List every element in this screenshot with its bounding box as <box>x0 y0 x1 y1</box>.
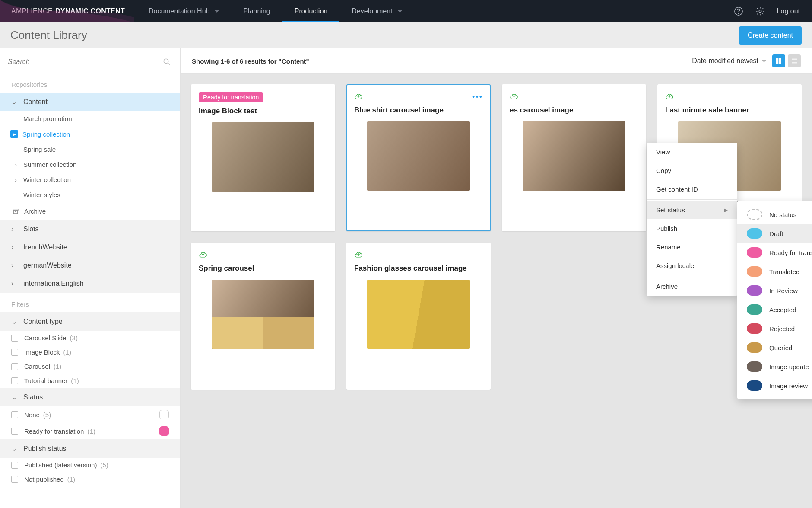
card-title: Fashion glasses carousel image <box>354 264 483 273</box>
repo-section[interactable]: ›internationalEnglish <box>0 275 180 293</box>
filter-item[interactable]: Ready for translation(1) <box>0 423 180 439</box>
content-card[interactable]: Ready for translationImage Block test <box>191 84 335 231</box>
repo-section[interactable]: ›germanWebsite <box>0 256 180 275</box>
status-option[interactable]: Queried <box>737 338 812 357</box>
filter-item[interactable]: Published (latest version)(5) <box>0 458 180 472</box>
filter-item[interactable]: Tutorial banner(1) <box>0 374 180 388</box>
checkbox[interactable] <box>11 377 18 384</box>
status-label: Ready for translation <box>769 249 812 256</box>
filter-item[interactable]: Image Block(1) <box>0 345 180 359</box>
chevron-down-icon: ⌄ <box>11 317 17 326</box>
status-dot <box>747 304 762 315</box>
subheader: Content Library Create content <box>0 22 812 48</box>
content-card[interactable]: •••Blue shirt carousel image <box>346 84 491 231</box>
tab-planning[interactable]: Planning <box>231 0 282 22</box>
cloud-upload-icon <box>354 93 363 100</box>
filter-content-type[interactable]: ⌄ Content type <box>0 312 180 331</box>
content-card[interactable]: es carousel image <box>502 84 646 231</box>
tree-item[interactable]: Spring sale <box>0 142 180 157</box>
checkbox[interactable] <box>11 462 18 469</box>
tree-item[interactable]: ▶Spring collection <box>0 126 180 142</box>
grid-view-button[interactable] <box>772 54 785 67</box>
card-title: es carousel image <box>510 106 638 115</box>
status-option[interactable]: Ready for translation <box>737 243 812 262</box>
chevron-right-icon: › <box>15 176 19 183</box>
card-more-button[interactable]: ••• <box>472 93 483 102</box>
status-filters: None(5)Ready for translation(1) <box>0 406 180 439</box>
help-icon[interactable] <box>734 6 743 16</box>
svg-rect-11 <box>792 62 797 63</box>
card-thumbnail <box>212 122 314 192</box>
status-option[interactable]: No status <box>737 205 812 224</box>
menu-view[interactable]: View <box>647 143 737 161</box>
menu-get-content-id[interactable]: Get content ID <box>647 180 737 198</box>
create-content-button[interactable]: Create content <box>739 26 802 45</box>
status-option[interactable]: Rejected <box>737 319 812 338</box>
section-label: Slots <box>23 225 39 233</box>
cloud-upload-icon <box>199 252 207 259</box>
content-card[interactable]: Fashion glasses carousel image <box>346 243 491 390</box>
menu-publish[interactable]: Publish <box>647 219 737 238</box>
filters-label: Filters <box>0 293 180 312</box>
content-card[interactable]: Spring carousel <box>191 243 335 390</box>
repo-section[interactable]: ›frenchWebsite <box>0 238 180 256</box>
chevron-right-icon: › <box>11 280 17 288</box>
gear-icon[interactable] <box>755 6 765 16</box>
tree-item[interactable]: Winter styles <box>0 187 180 202</box>
filter-publish-status[interactable]: ⌄ Publish status <box>0 439 180 458</box>
menu-rename[interactable]: Rename <box>647 238 737 256</box>
status-option[interactable]: Draft <box>737 224 812 243</box>
filter-item[interactable]: Carousel Slide(3) <box>0 331 180 345</box>
svg-rect-7 <box>776 61 778 64</box>
tree-label: Summer collection <box>23 161 76 168</box>
list-view-button[interactable] <box>788 54 801 67</box>
status-option[interactable]: In Review <box>737 281 812 300</box>
status-option[interactable]: Image update <box>737 357 812 376</box>
status-option[interactable]: Accepted <box>737 300 812 319</box>
status-option[interactable]: Image review <box>737 376 812 395</box>
checkbox[interactable] <box>11 428 18 435</box>
sort-dropdown[interactable]: Date modified newest <box>692 57 766 65</box>
repo-sections: ›Slots›frenchWebsite›germanWebsite›inter… <box>0 220 180 293</box>
archive-link[interactable]: Archive <box>0 202 180 220</box>
checkbox[interactable] <box>11 335 18 342</box>
status-submenu: No statusDraftReady for translationTrans… <box>737 201 812 399</box>
tree-item[interactable]: ›Winter collection <box>0 172 180 187</box>
menu-assign-locale[interactable]: Assign locale <box>647 256 737 275</box>
filter-label: Carousel <box>24 363 50 370</box>
filter-label: Not published <box>24 476 64 483</box>
filter-label: Carousel Slide <box>24 334 67 342</box>
status-label: In Review <box>769 287 798 294</box>
tab-production[interactable]: Production <box>282 0 340 22</box>
tree-item[interactable]: March promotion <box>0 111 180 126</box>
logout-link[interactable]: Log out <box>777 7 800 15</box>
sidebar: Repositories ⌄ Content March promotion▶S… <box>0 48 181 508</box>
menu-copy[interactable]: Copy <box>647 161 737 180</box>
tab-documentation-hub[interactable]: Documentation Hub <box>136 0 231 22</box>
section-label: frenchWebsite <box>23 243 67 251</box>
page-title: Content Library <box>10 29 87 42</box>
tree-item[interactable]: ›Summer collection <box>0 157 180 172</box>
search-input[interactable] <box>6 54 174 70</box>
filter-count: (1) <box>71 377 79 384</box>
view-toggle <box>772 54 801 67</box>
menu-set-status[interactable]: Set status▶ <box>647 201 737 219</box>
checkbox[interactable] <box>11 363 18 370</box>
repo-content[interactable]: ⌄ Content <box>0 93 180 111</box>
status-option[interactable]: Translated <box>737 262 812 281</box>
checkbox[interactable] <box>11 411 18 418</box>
play-icon: ▶ <box>10 130 18 138</box>
filter-item[interactable]: Not published(1) <box>0 472 180 486</box>
filter-item[interactable]: Carousel(1) <box>0 359 180 374</box>
status-label: No status <box>769 211 796 218</box>
content-area: Showing 1-6 of 6 results for "Content" D… <box>181 48 812 508</box>
menu-archive[interactable]: Archive <box>647 277 737 296</box>
checkbox[interactable] <box>11 476 18 483</box>
filter-item[interactable]: None(5) <box>0 406 180 423</box>
tab-development[interactable]: Development <box>339 0 414 22</box>
repo-section[interactable]: ›Slots <box>0 220 180 238</box>
menu-label: Archive <box>656 283 678 290</box>
filter-status[interactable]: ⌄ Status <box>0 388 180 406</box>
checkbox[interactable] <box>11 349 18 356</box>
repo-label: Content <box>23 98 48 106</box>
